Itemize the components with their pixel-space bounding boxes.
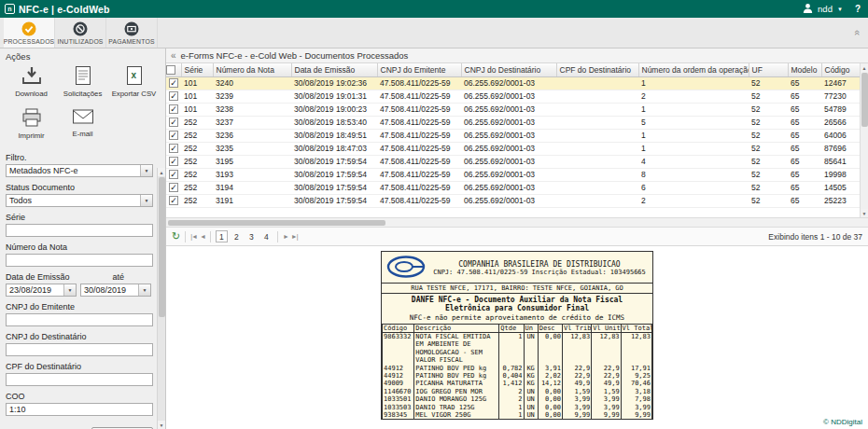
table-cell[interactable]: 06.255.692/0001-03 xyxy=(461,142,556,155)
exportar-csv-button[interactable]: x Exportar CSV xyxy=(108,63,160,100)
table-cell[interactable]: 30/08/2019 17:59:54 xyxy=(291,194,377,207)
table-cell[interactable]: 6 xyxy=(638,181,749,194)
row-checkbox[interactable]: ✓ xyxy=(169,118,178,127)
table-cell[interactable]: 64006 xyxy=(821,129,860,142)
table-cell[interactable]: 65 xyxy=(788,168,821,181)
column-header[interactable]: CNPJ do Emitente xyxy=(377,63,461,76)
table-cell[interactable]: 5 xyxy=(638,116,749,129)
table-cell[interactable]: 52 xyxy=(749,194,788,207)
table-cell[interactable]: 1 xyxy=(638,142,749,155)
row-checkbox[interactable]: ✓ xyxy=(169,144,178,153)
table-cell[interactable]: 65 xyxy=(788,155,821,168)
table-cell[interactable]: 252 xyxy=(181,116,213,129)
table-cell[interactable] xyxy=(556,181,638,194)
table-cell[interactable]: 52 xyxy=(749,129,788,142)
scroll-down-icon[interactable]: ▼ xyxy=(861,209,868,217)
table-cell[interactable]: 252 xyxy=(181,155,213,168)
grid-vertical-scrollbar[interactable]: ▲ ▼ xyxy=(860,63,868,217)
table-row[interactable]: ✓252323530/08/2019 18:47:0347.508.411/02… xyxy=(166,142,860,155)
table-cell[interactable]: 65 xyxy=(788,129,821,142)
table-cell[interactable]: 06.255.692/0001-03 xyxy=(461,76,556,90)
last-page-button[interactable]: ►| xyxy=(291,233,298,240)
table-cell[interactable] xyxy=(556,90,638,103)
table-cell[interactable]: 3191 xyxy=(213,194,291,207)
prev-page-button[interactable]: ◄ xyxy=(200,233,205,240)
table-cell[interactable]: 30/08/2019 19:00:23 xyxy=(291,103,377,116)
sidebar-scrollbar[interactable]: ▲ ▼ xyxy=(157,168,165,429)
scrollbar-thumb[interactable] xyxy=(159,177,165,317)
row-checkbox[interactable]: ✓ xyxy=(169,196,178,205)
table-cell[interactable]: 3235 xyxy=(213,142,291,155)
table-row[interactable]: ✓252319430/08/2019 17:59:5447.508.411/02… xyxy=(166,181,860,194)
column-header[interactable]: Modelo xyxy=(788,63,821,76)
table-cell[interactable]: 87696 xyxy=(821,142,860,155)
table-cell[interactable]: 47.508.411/0225-59 xyxy=(377,129,461,142)
table-cell[interactable]: 30/08/2019 17:59:54 xyxy=(291,181,377,194)
row-checkbox[interactable]: ✓ xyxy=(169,183,178,192)
table-cell[interactable]: 30/08/2019 19:01:31 xyxy=(291,90,377,103)
table-cell[interactable] xyxy=(556,168,638,181)
table-cell[interactable]: 30/08/2019 19:02:36 xyxy=(291,76,377,90)
table-cell[interactable]: 06.255.692/0001-03 xyxy=(461,155,556,168)
scrollbar-thumb[interactable] xyxy=(168,220,385,226)
column-header[interactable]: UF xyxy=(749,63,788,76)
table-cell[interactable]: 65 xyxy=(788,103,821,116)
scroll-up-icon[interactable]: ▲ xyxy=(158,168,165,176)
download-button[interactable]: Download xyxy=(6,63,57,100)
table-cell[interactable]: 14505 xyxy=(821,181,860,194)
table-cell[interactable]: 52 xyxy=(749,76,788,90)
page-button-4[interactable]: 4 xyxy=(260,230,273,242)
table-cell[interactable] xyxy=(556,103,638,116)
column-header[interactable]: Código xyxy=(821,63,860,76)
user-menu-caret-icon[interactable]: ▼ xyxy=(837,7,843,12)
table-cell[interactable]: 252 xyxy=(181,181,213,194)
table-cell[interactable]: 47.508.411/0225-59 xyxy=(377,90,461,103)
table-cell[interactable]: 77230 xyxy=(821,90,860,103)
scrollbar-thumb[interactable] xyxy=(861,73,868,127)
table-cell[interactable]: 52 xyxy=(749,155,788,168)
row-checkbox[interactable]: ✓ xyxy=(169,104,178,114)
table-cell[interactable]: 30/08/2019 17:59:54 xyxy=(291,168,377,181)
page-button-3[interactable]: 3 xyxy=(245,230,258,242)
user-name[interactable]: ndd xyxy=(818,4,833,14)
table-cell[interactable]: 06.255.692/0001-03 xyxy=(461,116,556,129)
table-cell[interactable]: 252 xyxy=(181,142,213,155)
column-header[interactable]: CNPJ do Destinatário xyxy=(461,63,556,76)
table-cell[interactable]: 47.508.411/0225-59 xyxy=(377,103,461,116)
table-cell[interactable]: 47.508.411/0225-59 xyxy=(377,116,461,129)
table-cell[interactable]: 2 xyxy=(638,90,749,103)
table-cell[interactable] xyxy=(556,194,638,207)
table-cell[interactable]: 3240 xyxy=(213,76,291,90)
column-header[interactable]: CPF do Destinatário xyxy=(556,63,638,76)
table-cell[interactable]: 54789 xyxy=(821,103,860,116)
table-cell[interactable]: 3239 xyxy=(213,90,291,103)
table-cell[interactable]: 12467 xyxy=(821,76,860,90)
table-cell[interactable]: 30/08/2019 17:59:54 xyxy=(291,155,377,168)
table-cell[interactable] xyxy=(556,142,638,155)
table-cell[interactable]: 30/08/2019 18:47:03 xyxy=(291,142,377,155)
cnpj-emitente-input[interactable] xyxy=(6,313,153,326)
table-cell[interactable]: 8 xyxy=(638,168,749,181)
table-row[interactable]: ✓252319530/08/2019 17:59:5447.508.411/02… xyxy=(166,155,860,168)
table-cell[interactable]: 3238 xyxy=(213,103,291,116)
data-fim-picker[interactable]: 30/08/2019 ▼ xyxy=(80,284,151,297)
next-page-button[interactable]: ► xyxy=(283,233,288,240)
table-row[interactable]: ✓252319330/08/2019 17:59:5447.508.411/02… xyxy=(166,168,860,181)
collapse-toolbar-icon[interactable]: « xyxy=(852,30,863,35)
table-cell[interactable]: 65 xyxy=(788,90,821,103)
table-cell[interactable]: 06.255.692/0001-03 xyxy=(461,194,556,207)
table-cell[interactable]: 19998 xyxy=(821,168,860,181)
column-header[interactable]: Série xyxy=(181,63,213,76)
table-cell[interactable] xyxy=(556,155,638,168)
table-cell[interactable]: 65 xyxy=(788,181,821,194)
table-cell[interactable]: 52 xyxy=(749,103,788,116)
select-all-checkbox[interactable] xyxy=(166,65,175,75)
solicitacoes-button[interactable]: Solicitações xyxy=(57,63,108,100)
table-cell[interactable]: 30/08/2019 18:49:51 xyxy=(291,129,377,142)
row-checkbox[interactable]: ✓ xyxy=(169,78,178,88)
table-cell[interactable]: 52 xyxy=(749,116,788,129)
table-cell[interactable]: 47.508.411/0225-59 xyxy=(377,76,461,90)
table-row[interactable]: ✓252323730/08/2019 18:53:4047.508.411/02… xyxy=(166,116,860,129)
tab-inutilizados[interactable]: INUTILIZADOS xyxy=(55,18,106,48)
column-header[interactable]: Número da Nota xyxy=(213,63,291,76)
